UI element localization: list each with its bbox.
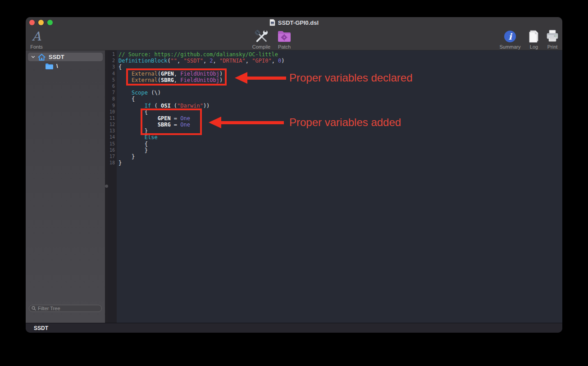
desktop: SSDT-GPI0.dsl A Fonts <box>0 0 588 366</box>
annotation-arrow-declared-shaft <box>246 77 286 80</box>
line-number: 8 <box>108 96 117 102</box>
status-text: SSDT <box>34 325 48 331</box>
code-line[interactable]: 18} <box>108 160 562 166</box>
sidebar: SSDT \ <box>26 50 105 323</box>
title-bar[interactable]: SSDT-GPI0.dsl <box>26 17 562 28</box>
window-title: SSDT-GPI0.dsl <box>278 19 319 26</box>
patch-label: Patch <box>278 44 291 50</box>
line-number: 4 <box>108 71 117 77</box>
tree-item-label: \ <box>56 63 58 69</box>
tree-item-ssdt[interactable]: SSDT <box>28 53 103 61</box>
pane-splitter[interactable] <box>105 50 108 323</box>
fonts-icon: A <box>32 30 41 43</box>
line-number: 5 <box>108 77 117 83</box>
search-icon <box>32 306 36 311</box>
filter-tree-input[interactable] <box>38 306 92 311</box>
line-number: 10 <box>108 109 117 115</box>
chevron-down-icon[interactable] <box>31 55 35 59</box>
code-line[interactable]: 8 { <box>108 96 562 102</box>
toolbar: A Fonts Compile <box>26 28 562 50</box>
code-line[interactable]: 9 If (_OSI ("Darwin")) <box>108 103 562 109</box>
line-number: 14 <box>108 134 117 140</box>
code-line[interactable]: 17 } <box>108 154 562 160</box>
window-title-group: SSDT-GPI0.dsl <box>26 17 562 28</box>
line-number: 17 <box>108 154 117 160</box>
annotation-arrow-added <box>209 117 221 128</box>
code-line[interactable]: 2DefinitionBlock("", "SSDT", 2, "DRTNIA"… <box>108 58 562 64</box>
compile-label: Compile <box>252 44 270 50</box>
annotation-text-declared: Proper variables declared <box>289 72 412 84</box>
code-line[interactable]: 7 Scope (\) <box>108 90 562 96</box>
document-icon <box>269 19 275 26</box>
code-line[interactable]: 16 } <box>108 147 562 154</box>
folder-icon <box>45 63 53 69</box>
print-label: Print <box>547 44 558 50</box>
line-number: 6 <box>108 83 117 90</box>
code-line[interactable]: 14 Else <box>108 134 562 140</box>
fonts-label: Fonts <box>30 44 43 50</box>
line-number: 15 <box>108 141 117 147</box>
line-number: 2 <box>108 58 117 64</box>
annotation-arrow-declared <box>235 72 247 84</box>
line-number: 11 <box>108 115 117 122</box>
content-area: SSDT \ <box>26 50 562 323</box>
annotation-arrow-added-shaft <box>220 121 284 124</box>
status-bar: SSDT <box>26 323 562 333</box>
print-icon <box>546 29 559 44</box>
line-number: 1 <box>108 51 117 58</box>
filter-tree-box <box>29 305 102 312</box>
summary-label: Summary <box>499 44 520 50</box>
line-number: 3 <box>108 64 117 70</box>
line-number: 12 <box>108 122 117 128</box>
code-line[interactable]: 15 { <box>108 141 562 147</box>
compile-icon <box>254 29 269 44</box>
line-number: 7 <box>108 90 117 96</box>
annotation-box-declared <box>126 68 227 86</box>
patch-button[interactable]: Patch <box>269 29 300 50</box>
house-icon <box>38 54 46 61</box>
print-button[interactable]: Print <box>537 29 562 50</box>
annotation-text-added: Proper variables added <box>289 116 401 129</box>
line-number: 16 <box>108 147 117 154</box>
patch-icon <box>277 29 292 44</box>
tree-item-root-scope[interactable]: \ <box>28 62 103 70</box>
summary-icon: i <box>503 29 517 44</box>
app-window: SSDT-GPI0.dsl A Fonts <box>26 17 562 333</box>
line-number: 9 <box>108 103 117 109</box>
code-editor[interactable]: 1// Source: https://github.com/daliansky… <box>108 50 562 323</box>
splitter-handle-icon[interactable] <box>105 185 108 188</box>
tree-item-label: SSDT <box>49 54 64 60</box>
annotation-box-added <box>141 108 202 135</box>
fonts-button[interactable]: A Fonts <box>26 29 52 50</box>
line-number: 13 <box>108 128 117 134</box>
code-line[interactable]: 1// Source: https://github.com/daliansky… <box>108 51 562 58</box>
line-number: 18 <box>108 160 117 166</box>
